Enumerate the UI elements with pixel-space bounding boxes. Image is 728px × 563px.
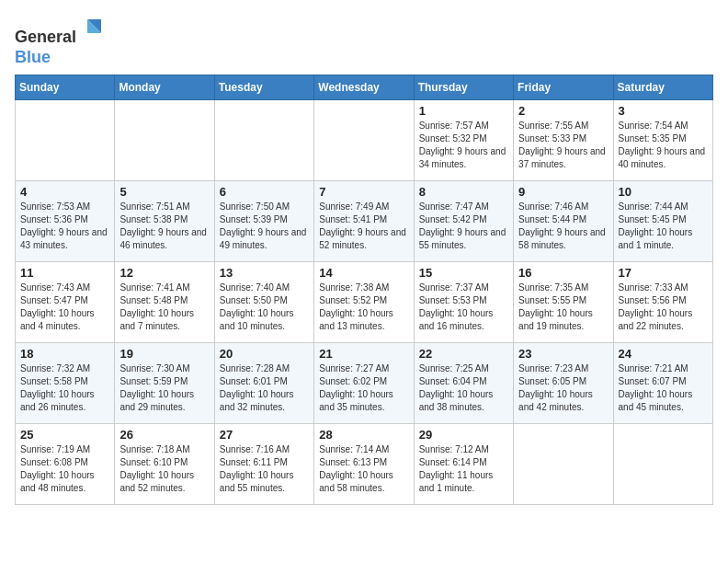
day-number: 15 — [419, 266, 508, 280]
calendar-cell: 1Sunrise: 7:57 AMSunset: 5:32 PMDaylight… — [414, 100, 513, 181]
day-number: 5 — [119, 185, 209, 199]
calendar-table: SundayMondayTuesdayWednesdayThursdayFrid… — [15, 75, 713, 505]
day-number: 7 — [319, 185, 408, 199]
calendar-cell: 2Sunrise: 7:55 AMSunset: 5:33 PMDaylight… — [514, 100, 613, 181]
day-number: 26 — [119, 428, 209, 442]
day-info: Sunrise: 7:47 AMSunset: 5:42 PMDaylight:… — [419, 201, 508, 252]
day-number: 29 — [419, 428, 508, 442]
calendar-cell — [115, 100, 214, 181]
logo-general: General — [15, 28, 76, 46]
day-info: Sunrise: 7:35 AMSunset: 5:55 PMDaylight:… — [518, 282, 608, 333]
weekday-header-wednesday: Wednesday — [314, 75, 414, 100]
day-info: Sunrise: 7:54 AMSunset: 5:35 PMDaylight:… — [619, 120, 708, 171]
day-info: Sunrise: 7:23 AMSunset: 6:05 PMDaylight:… — [518, 362, 608, 414]
day-number: 27 — [220, 428, 309, 442]
day-info: Sunrise: 7:55 AMSunset: 5:33 PMDaylight:… — [518, 120, 608, 171]
calendar-week-row: 25Sunrise: 7:19 AMSunset: 6:08 PMDayligh… — [16, 424, 713, 505]
calendar-cell: 29Sunrise: 7:12 AMSunset: 6:14 PMDayligh… — [414, 424, 513, 505]
day-number: 11 — [20, 266, 109, 280]
day-number: 16 — [518, 266, 608, 280]
day-number: 18 — [20, 347, 109, 361]
day-number: 24 — [619, 347, 708, 361]
weekday-header-sunday: Sunday — [16, 75, 115, 100]
calendar-cell: 5Sunrise: 7:51 AMSunset: 5:38 PMDaylight… — [115, 181, 214, 262]
calendar-cell: 20Sunrise: 7:28 AMSunset: 6:01 PMDayligh… — [214, 343, 313, 424]
day-number: 20 — [220, 347, 309, 361]
day-number: 4 — [20, 185, 109, 199]
weekday-header-saturday: Saturday — [613, 75, 712, 100]
day-info: Sunrise: 7:49 AMSunset: 5:41 PMDaylight:… — [319, 201, 408, 252]
day-info: Sunrise: 7:32 AMSunset: 5:58 PMDaylight:… — [20, 362, 109, 414]
calendar-cell — [314, 100, 414, 181]
day-number: 13 — [220, 266, 309, 280]
calendar-cell: 10Sunrise: 7:44 AMSunset: 5:45 PMDayligh… — [613, 181, 712, 262]
calendar-cell: 19Sunrise: 7:30 AMSunset: 5:59 PMDayligh… — [115, 343, 214, 424]
calendar-cell: 14Sunrise: 7:38 AMSunset: 5:52 PMDayligh… — [314, 262, 414, 343]
page-header: General Blue — [15, 15, 713, 67]
calendar-cell: 9Sunrise: 7:46 AMSunset: 5:44 PMDaylight… — [514, 181, 613, 262]
logo-icon — [78, 15, 106, 42]
day-number: 25 — [20, 428, 109, 442]
logo-text: General Blue — [15, 15, 106, 67]
day-info: Sunrise: 7:44 AMSunset: 5:45 PMDaylight:… — [619, 201, 708, 252]
weekday-header-row: SundayMondayTuesdayWednesdayThursdayFrid… — [16, 75, 713, 100]
calendar-cell: 26Sunrise: 7:18 AMSunset: 6:10 PMDayligh… — [115, 424, 214, 505]
calendar-cell: 7Sunrise: 7:49 AMSunset: 5:41 PMDaylight… — [314, 181, 414, 262]
day-info: Sunrise: 7:57 AMSunset: 5:32 PMDaylight:… — [419, 120, 508, 171]
calendar-cell: 6Sunrise: 7:50 AMSunset: 5:39 PMDaylight… — [214, 181, 313, 262]
day-number: 6 — [220, 185, 309, 199]
day-number: 21 — [319, 347, 408, 361]
weekday-header-thursday: Thursday — [414, 75, 513, 100]
day-info: Sunrise: 7:18 AMSunset: 6:10 PMDaylight:… — [119, 443, 209, 495]
calendar-week-row: 11Sunrise: 7:43 AMSunset: 5:47 PMDayligh… — [16, 262, 713, 343]
calendar-cell: 28Sunrise: 7:14 AMSunset: 6:13 PMDayligh… — [314, 424, 414, 505]
calendar-cell: 4Sunrise: 7:53 AMSunset: 5:36 PMDaylight… — [16, 181, 115, 262]
calendar-cell: 17Sunrise: 7:33 AMSunset: 5:56 PMDayligh… — [613, 262, 712, 343]
calendar-week-row: 1Sunrise: 7:57 AMSunset: 5:32 PMDaylight… — [16, 100, 713, 181]
calendar-cell: 23Sunrise: 7:23 AMSunset: 6:05 PMDayligh… — [514, 343, 613, 424]
day-number: 3 — [619, 104, 708, 118]
day-number: 8 — [419, 185, 508, 199]
calendar-cell: 25Sunrise: 7:19 AMSunset: 6:08 PMDayligh… — [16, 424, 115, 505]
day-info: Sunrise: 7:33 AMSunset: 5:56 PMDaylight:… — [619, 282, 708, 333]
logo-blue: Blue — [15, 48, 51, 66]
day-info: Sunrise: 7:30 AMSunset: 5:59 PMDaylight:… — [119, 362, 209, 414]
day-number: 10 — [619, 185, 708, 199]
calendar-cell: 15Sunrise: 7:37 AMSunset: 5:53 PMDayligh… — [414, 262, 513, 343]
day-info: Sunrise: 7:14 AMSunset: 6:13 PMDaylight:… — [319, 443, 408, 495]
day-number: 9 — [518, 185, 608, 199]
calendar-cell: 24Sunrise: 7:21 AMSunset: 6:07 PMDayligh… — [613, 343, 712, 424]
calendar-cell: 18Sunrise: 7:32 AMSunset: 5:58 PMDayligh… — [16, 343, 115, 424]
day-info: Sunrise: 7:21 AMSunset: 6:07 PMDaylight:… — [619, 362, 708, 414]
calendar-cell: 13Sunrise: 7:40 AMSunset: 5:50 PMDayligh… — [214, 262, 313, 343]
calendar-cell — [16, 100, 115, 181]
day-number: 2 — [518, 104, 608, 118]
calendar-week-row: 18Sunrise: 7:32 AMSunset: 5:58 PMDayligh… — [16, 343, 713, 424]
calendar-cell: 21Sunrise: 7:27 AMSunset: 6:02 PMDayligh… — [314, 343, 414, 424]
day-info: Sunrise: 7:43 AMSunset: 5:47 PMDaylight:… — [20, 282, 109, 333]
day-info: Sunrise: 7:28 AMSunset: 6:01 PMDaylight:… — [220, 362, 309, 414]
day-number: 22 — [419, 347, 508, 361]
calendar-cell: 3Sunrise: 7:54 AMSunset: 5:35 PMDaylight… — [613, 100, 712, 181]
day-info: Sunrise: 7:16 AMSunset: 6:11 PMDaylight:… — [220, 443, 309, 495]
day-number: 19 — [119, 347, 209, 361]
calendar-cell — [214, 100, 313, 181]
day-info: Sunrise: 7:41 AMSunset: 5:48 PMDaylight:… — [119, 282, 209, 333]
calendar-cell: 11Sunrise: 7:43 AMSunset: 5:47 PMDayligh… — [16, 262, 115, 343]
weekday-header-monday: Monday — [115, 75, 214, 100]
day-info: Sunrise: 7:37 AMSunset: 5:53 PMDaylight:… — [419, 282, 508, 333]
calendar-cell: 8Sunrise: 7:47 AMSunset: 5:42 PMDaylight… — [414, 181, 513, 262]
day-info: Sunrise: 7:40 AMSunset: 5:50 PMDaylight:… — [220, 282, 309, 333]
day-info: Sunrise: 7:50 AMSunset: 5:39 PMDaylight:… — [220, 201, 309, 252]
day-number: 17 — [619, 266, 708, 280]
calendar-cell — [613, 424, 712, 505]
day-info: Sunrise: 7:12 AMSunset: 6:14 PMDaylight:… — [419, 443, 508, 495]
calendar-cell: 12Sunrise: 7:41 AMSunset: 5:48 PMDayligh… — [115, 262, 214, 343]
calendar-cell: 16Sunrise: 7:35 AMSunset: 5:55 PMDayligh… — [514, 262, 613, 343]
day-info: Sunrise: 7:51 AMSunset: 5:38 PMDaylight:… — [119, 201, 209, 252]
day-info: Sunrise: 7:19 AMSunset: 6:08 PMDaylight:… — [20, 443, 109, 495]
day-info: Sunrise: 7:27 AMSunset: 6:02 PMDaylight:… — [319, 362, 408, 414]
day-info: Sunrise: 7:46 AMSunset: 5:44 PMDaylight:… — [518, 201, 608, 252]
calendar-cell — [514, 424, 613, 505]
day-info: Sunrise: 7:25 AMSunset: 6:04 PMDaylight:… — [419, 362, 508, 414]
